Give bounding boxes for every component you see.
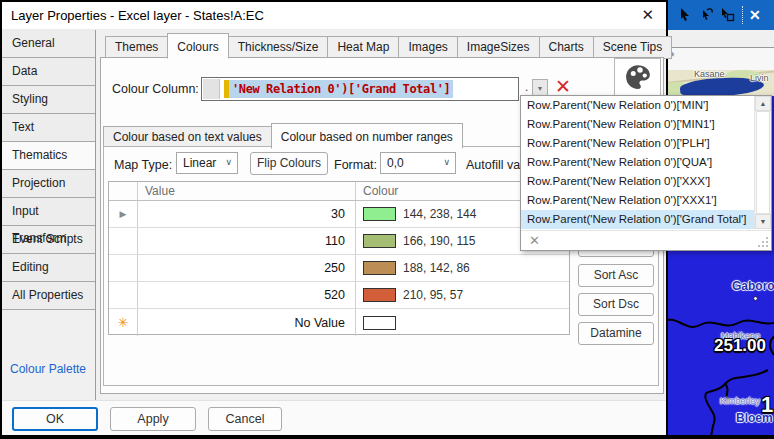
dropdown-item-selected[interactable]: Row.Parent('New Relation 0')['Grand Tota… <box>521 210 771 229</box>
column-dropdown-popup: Row.Parent('New Relation 0')['MIN'] Row.… <box>520 95 772 251</box>
dialog-footer: OK Apply Cancel <box>2 400 666 435</box>
colour-swatch[interactable] <box>363 316 396 330</box>
sidebar-item-styling[interactable]: Styling <box>2 86 95 114</box>
dropdown-scrollbar[interactable]: ▲ ▼ <box>754 96 771 229</box>
chevron-down-icon: ∨ <box>443 157 450 167</box>
sidebar-item-input-transform[interactable]: Input Transform <box>2 198 95 226</box>
dropdown-item[interactable]: Row.Parent('New Relation 0')['PLH'] <box>521 134 771 153</box>
map-label-kimberley: Kimberley <box>720 396 760 406</box>
colour-column-value[interactable]: 'New Relation 0')['Grand Total'] <box>229 80 453 98</box>
field-grey-button[interactable] <box>203 79 220 99</box>
cancel-button[interactable]: Cancel <box>208 407 282 431</box>
dropdown-item[interactable]: Row.Parent('New Relation 0')['XXX'] <box>521 172 771 191</box>
palette-button[interactable] <box>614 58 661 96</box>
apply-button[interactable]: Apply <box>110 407 196 431</box>
chevron-down-icon: ∨ <box>225 157 232 167</box>
table-row[interactable]: 520 210, 95, 57 <box>109 282 569 309</box>
datamine-button[interactable]: Datamine <box>578 322 654 345</box>
gaborone-city-dot <box>753 296 758 301</box>
sort-asc-button[interactable]: Sort Asc <box>578 264 654 287</box>
tab-images[interactable]: Images <box>398 36 457 59</box>
range-value[interactable]: 520 <box>138 282 356 308</box>
tab-charts[interactable]: Charts <box>539 36 594 59</box>
tab-bar: Themes Colours Thickness/Size Heat Map I… <box>105 33 671 59</box>
colour-range-table: Value Colour ▶ 30 144, 238, 144 110 166,… <box>108 181 570 335</box>
screenshot-canvas: ✕ * Kasane Livin Gaboron Mahikeng 251.00… <box>0 0 774 439</box>
tab-heat-map[interactable]: Heat Map <box>327 36 399 59</box>
colour-column-label: Colour Column: <box>112 82 199 96</box>
colour-swatch[interactable] <box>363 234 396 248</box>
sidebar-item-all-properties[interactable]: All Properties <box>2 282 95 310</box>
map-type-label: Map Type: <box>114 158 172 172</box>
range-value[interactable]: 30 <box>138 201 356 227</box>
table-row[interactable]: 110 166, 190, 115 <box>109 228 569 255</box>
rgb-text: 210, 95, 57 <box>403 288 463 302</box>
scroll-up-icon[interactable]: ▲ <box>755 96 771 111</box>
select-cursor-icon[interactable] <box>678 7 694 23</box>
scroll-down-icon[interactable]: ▼ <box>755 214 771 229</box>
sidebar: General Data Styling Text Thematics Proj… <box>2 30 96 402</box>
colour-column-field[interactable]: 'New Relation 0')['Grand Total'] <box>201 77 519 101</box>
format-label: Format: <box>334 158 377 172</box>
dialog-close-icon[interactable]: ✕ <box>641 6 654 24</box>
new-row-icon: ✳ <box>118 315 129 330</box>
tab-scene-tips[interactable]: Scene Tips <box>593 36 672 59</box>
tab-imagesizes[interactable]: ImageSizes <box>457 36 540 59</box>
dropdown-item[interactable]: Row.Parent('New Relation 0')['MIN'] <box>521 96 771 115</box>
app-close-icon[interactable]: ✕ <box>749 7 761 23</box>
panel-area <box>666 48 774 70</box>
combo-dot: . <box>525 80 528 94</box>
table-row[interactable]: ✳ No Value <box>109 309 569 336</box>
sidebar-item-general[interactable]: General <box>2 30 95 58</box>
tab-themes[interactable]: Themes <box>105 36 168 59</box>
sidebar-item-editing[interactable]: Editing <box>2 254 95 282</box>
zoom-select-icon[interactable] <box>720 7 736 23</box>
table-row[interactable]: ▶ 30 144, 238, 144 <box>109 201 569 228</box>
colour-swatch[interactable] <box>363 207 396 221</box>
table-header-row: Value Colour <box>109 182 569 201</box>
subtab-number-ranges[interactable]: Colour based on number ranges <box>271 123 463 149</box>
current-row-icon: ▶ <box>120 209 127 219</box>
value-column-header[interactable]: Value <box>138 182 356 200</box>
tab-colours[interactable]: Colours <box>167 33 228 59</box>
dialog-title: Layer Properties - Excel layer - States!… <box>11 8 264 23</box>
resize-grip-icon[interactable] <box>757 236 769 248</box>
colour-swatch[interactable] <box>363 288 396 302</box>
map-value-label: 251.00 <box>714 336 766 356</box>
range-value[interactable]: 250 <box>138 255 356 281</box>
dropdown-item[interactable]: Row.Parent('New Relation 0')['QUA'] <box>521 153 771 172</box>
sidebar-item-text[interactable]: Text <box>2 114 95 142</box>
range-value[interactable]: No Value <box>138 309 356 336</box>
window-bottom-border <box>0 435 774 439</box>
dropdown-close-icon[interactable]: ✕ <box>529 233 540 248</box>
sidebar-item-projection[interactable]: Projection <box>2 170 95 198</box>
row-marker-header <box>109 182 138 200</box>
dropdown-footer: ✕ <box>521 230 771 250</box>
sort-dsc-button[interactable]: Sort Dsc <box>578 293 654 316</box>
colour-swatch[interactable] <box>363 261 396 275</box>
dialog-titlebar[interactable]: Layer Properties - Excel layer - States!… <box>2 2 666 30</box>
tab-thickness-size[interactable]: Thickness/Size <box>228 36 329 59</box>
range-value[interactable]: 110 <box>138 228 356 254</box>
rgb-text: 188, 142, 86 <box>403 261 470 275</box>
sidebar-item-thematics[interactable]: Thematics <box>2 142 95 170</box>
ok-button[interactable]: OK <box>12 407 98 431</box>
rgb-text: 166, 190, 115 <box>403 234 476 248</box>
app-toolbar: ✕ <box>666 0 774 30</box>
toolbar-separator <box>742 6 743 24</box>
lasso-cursor-icon[interactable] <box>699 7 715 23</box>
format-value: 0,0 <box>387 156 404 170</box>
table-row[interactable]: 250 188, 142, 86 <box>109 255 569 282</box>
palette-icon <box>622 62 654 92</box>
scrollbar-thumb[interactable] <box>756 111 770 214</box>
sidebar-item-data[interactable]: Data <box>2 58 95 86</box>
dropdown-item[interactable]: Row.Parent('New Relation 0')['MIN1'] <box>521 115 771 134</box>
map-type-value: Linear <box>183 156 216 170</box>
rgb-text: 144, 238, 144 <box>403 207 476 221</box>
dropdown-item[interactable]: Row.Parent('New Relation 0')['XXX1'] <box>521 191 771 210</box>
format-select[interactable]: 0,0 ∨ <box>380 152 456 174</box>
colour-palette-link[interactable]: Colour Palette <box>10 362 86 376</box>
sidebar-item-event-scripts[interactable]: Event Scripts <box>2 226 95 254</box>
map-type-select[interactable]: Linear ∨ <box>176 152 238 174</box>
flip-colours-button[interactable]: Flip Colours <box>250 152 328 175</box>
